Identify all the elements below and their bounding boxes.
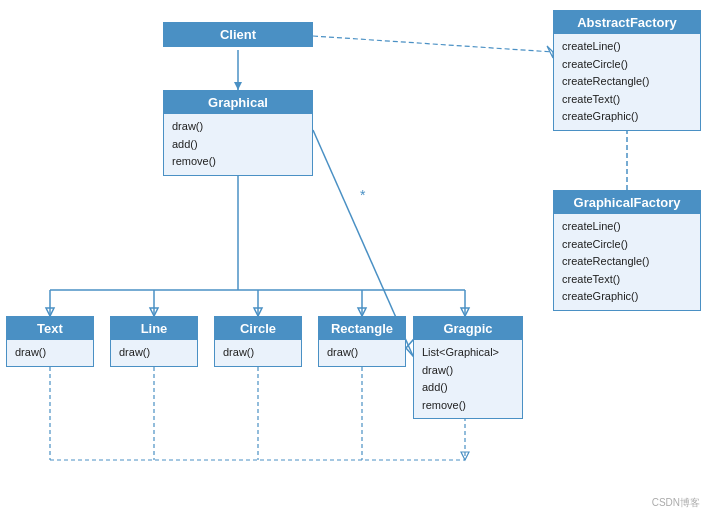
graphical-method-3: remove() <box>172 153 304 171</box>
graphical-factory-header: GraphicalFactory <box>554 191 700 214</box>
gragpic-body: List<Graphical> draw() add() remove() <box>414 340 522 418</box>
watermark: CSDN博客 <box>652 496 700 510</box>
af-method-3: createRectangle() <box>562 73 692 91</box>
af-method-2: createCircle() <box>562 56 692 74</box>
af-method-1: createLine() <box>562 38 692 56</box>
gf-method-3: createRectangle() <box>562 253 692 271</box>
circle-header: Circle <box>215 317 301 340</box>
af-method-5: createGraphic() <box>562 108 692 126</box>
circle-box: Circle draw() <box>214 316 302 367</box>
gragpic-method-3: remove() <box>422 397 514 415</box>
graphical-method-2: add() <box>172 136 304 154</box>
graphical-method-1: draw() <box>172 118 304 136</box>
gragpic-method-1: draw() <box>422 362 514 380</box>
gf-method-1: createLine() <box>562 218 692 236</box>
svg-marker-7 <box>150 308 158 316</box>
rectangle-header: Rectangle <box>319 317 405 340</box>
circle-body: draw() <box>215 340 301 366</box>
abstract-factory-header: AbstractFactory <box>554 11 700 34</box>
graphical-factory-box: GraphicalFactory createLine() createCirc… <box>553 190 701 311</box>
gragpic-header: Gragpic <box>414 317 522 340</box>
abstract-factory-box: AbstractFactory createLine() createCircl… <box>553 10 701 131</box>
client-header: Client <box>164 23 312 46</box>
rectangle-method-1: draw() <box>327 344 397 362</box>
graphical-header: Graphical <box>164 91 312 114</box>
rectangle-body: draw() <box>319 340 405 366</box>
svg-marker-22 <box>461 452 469 460</box>
svg-text:*: * <box>360 187 366 203</box>
gf-method-5: createGraphic() <box>562 288 692 306</box>
svg-line-19 <box>313 36 553 52</box>
text-box: Text draw() <box>6 316 94 367</box>
line-method-1: draw() <box>119 344 189 362</box>
graphical-body: draw() add() remove() <box>164 114 312 175</box>
text-body: draw() <box>7 340 93 366</box>
svg-marker-5 <box>46 308 54 316</box>
svg-marker-9 <box>254 308 262 316</box>
circle-method-1: draw() <box>223 344 293 362</box>
line-body: draw() <box>111 340 197 366</box>
diagram-container: * Client Graphical draw() add() remove() <box>0 0 708 514</box>
text-header: Text <box>7 317 93 340</box>
gragpic-box: Gragpic List<Graphical> draw() add() rem… <box>413 316 523 419</box>
rectangle-box: Rectangle draw() <box>318 316 406 367</box>
text-method-1: draw() <box>15 344 85 362</box>
svg-marker-1 <box>234 82 242 90</box>
gf-method-2: createCircle() <box>562 236 692 254</box>
af-method-4: createText() <box>562 91 692 109</box>
graphical-box: Graphical draw() add() remove() <box>163 90 313 176</box>
abstract-factory-body: createLine() createCircle() createRectan… <box>554 34 700 130</box>
gragpic-method-2: add() <box>422 379 514 397</box>
svg-marker-13 <box>461 308 469 316</box>
line-header: Line <box>111 317 197 340</box>
graphical-factory-body: createLine() createCircle() createRectan… <box>554 214 700 310</box>
line-box: Line draw() <box>110 316 198 367</box>
gf-method-4: createText() <box>562 271 692 289</box>
gragpic-method-0: List<Graphical> <box>422 344 514 362</box>
svg-marker-11 <box>358 308 366 316</box>
client-box: Client <box>163 22 313 47</box>
